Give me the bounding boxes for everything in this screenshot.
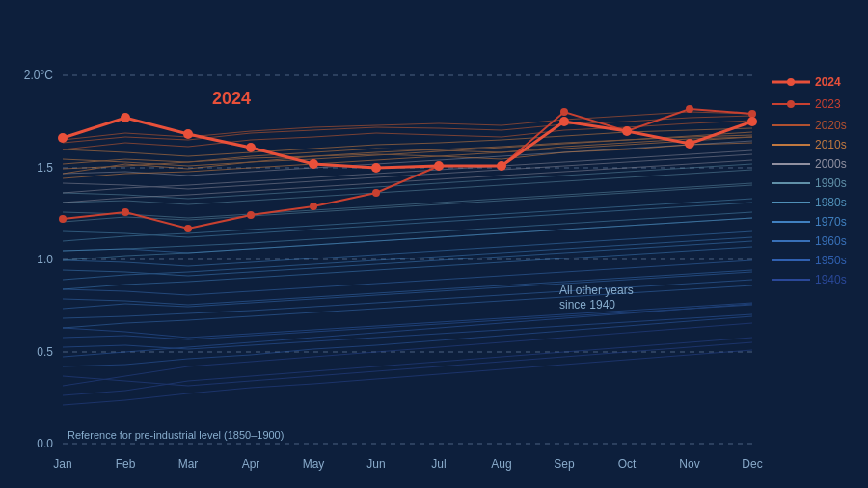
dot-2023-jan <box>59 215 67 223</box>
legend-label-2024: 2024 <box>815 75 841 89</box>
x-label-dec: Dec <box>742 457 762 471</box>
dot-2023-mar <box>184 225 192 232</box>
svg-point-9 <box>787 100 795 108</box>
main-chart: 2.0°C 1.5 1.0 0.5 0.0 Jan Feb Mar Apr Ma… <box>0 0 868 488</box>
x-label-may: May <box>303 457 325 471</box>
dot-2024-feb <box>121 113 130 122</box>
dot-2023-jun <box>372 189 380 197</box>
annotation-since-1940: since 1940 <box>559 298 615 312</box>
chart-label-2024: 2024 <box>212 89 251 108</box>
y-label-0-5: 0.5 <box>37 345 53 359</box>
legend-label-2000s: 2000s <box>815 157 847 171</box>
svg-point-7 <box>787 78 795 86</box>
dot-2023-nov <box>686 105 693 113</box>
dot-2024-sep <box>559 117 569 126</box>
x-label-sep: Sep <box>554 457 575 471</box>
dot-2024-mar <box>183 129 193 139</box>
legend-label-1940s: 1940s <box>815 273 847 286</box>
legend-label-2020s: 2020s <box>815 119 847 132</box>
y-label-0-0: 0.0 <box>37 437 53 450</box>
annotation-all-other-years: All other years <box>559 284 634 297</box>
dot-2024-dec <box>747 117 757 126</box>
x-label-oct: Oct <box>618 457 637 471</box>
dot-2024-nov <box>685 139 694 149</box>
legend-label-1960s: 1960s <box>815 234 847 248</box>
legend-label-1980s: 1980s <box>815 196 847 209</box>
legend-label-1990s: 1990s <box>815 176 847 190</box>
reference-text: Reference for pre-industrial level (1850… <box>68 429 284 441</box>
y-label-2: 2.0°C <box>24 68 53 82</box>
x-label-mar: Mar <box>178 457 199 471</box>
dot-2024-jul <box>434 161 444 171</box>
dot-2024-jun <box>371 163 381 173</box>
x-label-jul: Jul <box>431 457 446 471</box>
dot-2024-may <box>309 159 318 169</box>
dot-2023-dec <box>748 110 756 118</box>
legend-label-1970s: 1970s <box>815 215 847 229</box>
dot-2023-feb <box>122 208 129 216</box>
svg-rect-0 <box>0 0 868 488</box>
dot-2023-apr <box>247 211 255 219</box>
dot-2023-sep <box>560 108 568 116</box>
dot-2024-aug <box>497 161 506 171</box>
legend-label-1950s: 1950s <box>815 254 847 267</box>
x-label-jan: Jan <box>53 457 71 471</box>
legend-label-2010s: 2010s <box>815 138 847 151</box>
legend-label-2023: 2023 <box>815 97 841 111</box>
x-label-aug: Aug <box>491 457 511 471</box>
y-label-1-0: 1.0 <box>37 253 53 266</box>
dot-2023-may <box>310 203 317 210</box>
chart-container: 2.0°C 1.5 1.0 0.5 0.0 Jan Feb Mar Apr Ma… <box>0 0 868 488</box>
x-label-jun: Jun <box>366 457 385 471</box>
x-label-nov: Nov <box>679 457 699 471</box>
dot-2024-apr <box>246 143 256 152</box>
x-label-feb: Feb <box>116 457 136 471</box>
dot-2024-oct <box>622 126 632 136</box>
x-label-apr: Apr <box>242 457 260 471</box>
dot-2024-jan <box>58 133 68 143</box>
y-label-1-5: 1.5 <box>37 161 53 175</box>
